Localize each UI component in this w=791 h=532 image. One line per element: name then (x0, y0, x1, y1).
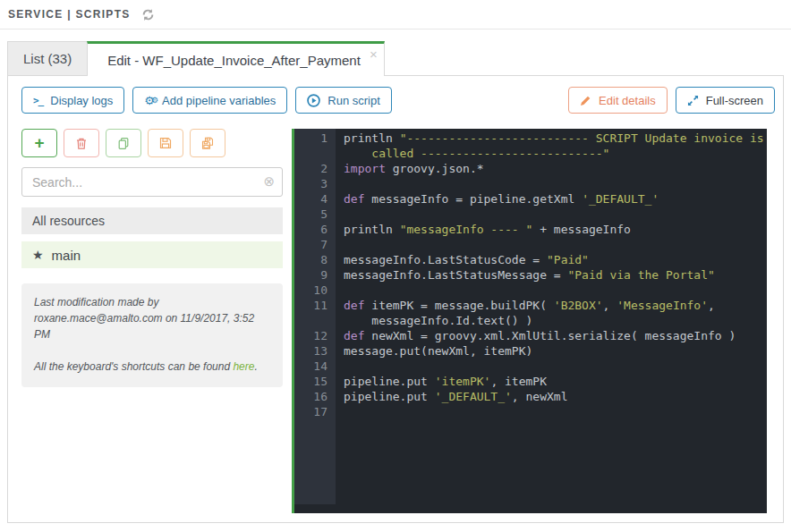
line-number: 13 (294, 343, 336, 359)
code-row: 8messageInfo.LastStatusCode = "Paid" (294, 252, 767, 267)
resource-item-label: main (52, 248, 81, 263)
save-all-button[interactable] (190, 129, 225, 157)
add-pipeline-variables-label: Add pipeline variables (162, 94, 276, 107)
code-line: def messageInfo = pipeline.getXml '_DEFA… (336, 191, 659, 207)
save-resource-button[interactable] (148, 129, 183, 157)
code-line: messageInfo.LastStatusCode = "Paid" (336, 252, 589, 267)
code-row: 12def newXml = groovy.xml.XmlUtil.serial… (294, 328, 767, 343)
gears-icon: ⚙⚙ (144, 94, 155, 107)
copy-icon (117, 137, 130, 150)
code-row: messageInfo.Id.text() ) (294, 313, 767, 328)
add-pipeline-variables-button[interactable]: ⚙⚙ Add pipeline variables (132, 87, 287, 114)
trash-icon (75, 137, 88, 150)
code-line: def itemPK = message.buildPK( 'B2BOX', '… (336, 298, 715, 313)
line-number: 3 (294, 176, 336, 191)
code-line (336, 237, 344, 252)
line-number: 10 (294, 283, 336, 298)
tab-bar: List (33) Edit - WF_Update_Invoice_After… (7, 41, 784, 75)
code-row: 13message.put(newXml, itemPK) (294, 343, 767, 359)
line-number: 16 (294, 389, 336, 404)
close-icon[interactable]: × (370, 47, 378, 61)
code-row: 10 (294, 283, 767, 298)
terminal-icon: >_ (33, 95, 43, 106)
toolbar-left-group: >_ Display logs ⚙⚙ Add pipeline variable… (21, 87, 392, 114)
resource-item-main[interactable]: ★ main (21, 241, 283, 268)
line-number: 2 (294, 161, 336, 176)
code-row: 17 (294, 404, 767, 419)
line-number (294, 146, 336, 161)
code-line (336, 207, 344, 222)
toolbar: >_ Display logs ⚙⚙ Add pipeline variable… (21, 87, 775, 114)
display-logs-label: Display logs (50, 94, 113, 107)
tab-list[interactable]: List (33) (7, 41, 88, 75)
code-row: 16pipeline.put '_DEFAULT_', newXml (294, 389, 767, 404)
content-row: + (21, 129, 775, 513)
expand-arrows-icon (687, 95, 699, 106)
line-number: 6 (294, 222, 336, 237)
floppy-icon (159, 137, 172, 149)
code-line: pipeline.put '_DEFAULT_', newXml (336, 389, 567, 404)
toolbar-right-group: Edit details Full-screen (568, 87, 775, 114)
code-line (336, 359, 344, 374)
code-row: 15pipeline.put 'itemPK', itemPK (294, 374, 767, 389)
line-number: 1 (294, 131, 336, 146)
play-circle-icon (307, 94, 320, 107)
delete-resource-button[interactable] (64, 129, 99, 157)
line-number: 4 (294, 191, 336, 207)
code-row: 6println "messageInfo ---- " + messageIn… (294, 222, 767, 237)
plus-icon: + (34, 134, 44, 151)
code-row: 14 (294, 359, 767, 374)
line-number: 8 (294, 252, 336, 267)
run-script-button[interactable]: Run script (295, 87, 392, 114)
search-input[interactable] (21, 167, 283, 197)
code-line (336, 283, 344, 298)
tab-edit-script[interactable]: Edit - WF_Update_Invoice_After_Payment × (87, 41, 385, 76)
refresh-icon[interactable] (141, 8, 155, 21)
code-line (336, 404, 344, 419)
code-row: 3 (294, 176, 767, 191)
code-row: 1println "-------------------------- SCR… (294, 131, 767, 146)
code-line: message.put(newXml, itemPK) (336, 343, 532, 359)
code-line: import groovy.json.* (336, 161, 484, 176)
full-screen-button[interactable]: Full-screen (676, 87, 775, 114)
code-row: 11def itemPK = message.buildPK( 'B2BOX',… (294, 298, 767, 313)
code-line: pipeline.put 'itemPK', itemPK (336, 374, 547, 389)
code-line: println "-------------------------- SCRI… (336, 131, 764, 146)
code-line: messageInfo.LastStatusMessage = "Paid vi… (336, 267, 715, 283)
line-number: 9 (294, 267, 336, 283)
line-number (294, 313, 336, 328)
display-logs-button[interactable]: >_ Display logs (21, 87, 124, 114)
run-script-label: Run script (327, 94, 380, 107)
code-line: def newXml = groovy.xml.XmlUtil.serializ… (336, 328, 736, 343)
floppies-icon (200, 137, 215, 150)
resource-list-header: All resources (21, 207, 283, 234)
line-number: 17 (294, 404, 336, 419)
resource-actions: + (21, 129, 283, 157)
code-row: 5 (294, 207, 767, 222)
breadcrumb-bar: SERVICE | SCRIPTS (0, 0, 791, 30)
info-box: Last modification made by roxane.mace@am… (21, 283, 283, 387)
line-number: 5 (294, 207, 336, 222)
duplicate-resource-button[interactable] (106, 129, 141, 157)
code-row: called --------------------------" (294, 146, 767, 161)
code-line: println "messageInfo ---- " + messageInf… (336, 222, 631, 237)
star-icon: ★ (32, 248, 44, 262)
shortcuts-text: All the keyboard's shortcuts can be foun… (34, 359, 270, 375)
code-row: 9messageInfo.LastStatusMessage = "Paid v… (294, 267, 767, 283)
code-editor[interactable]: 1println "-------------------------- SCR… (292, 129, 767, 513)
add-resource-button[interactable]: + (21, 129, 57, 157)
code-line (336, 176, 344, 191)
script-edit-panel: >_ Display logs ⚙⚙ Add pipeline variable… (7, 75, 784, 523)
full-screen-label: Full-screen (706, 94, 763, 107)
code-line: messageInfo.Id.text() ) (336, 313, 532, 328)
line-number: 14 (294, 359, 336, 374)
shortcuts-prefix: All the keyboard's shortcuts can be foun… (34, 360, 233, 373)
edit-details-button[interactable]: Edit details (568, 87, 668, 114)
line-number: 12 (294, 328, 336, 343)
clear-search-icon[interactable]: ⊗ (263, 173, 275, 190)
pencil-icon (580, 95, 591, 106)
line-number: 15 (294, 374, 336, 389)
tab-edit-label: Edit - WF_Update_Invoice_After_Payment (107, 53, 361, 68)
code-line: called --------------------------" (336, 146, 609, 161)
shortcuts-link[interactable]: here (233, 360, 254, 373)
